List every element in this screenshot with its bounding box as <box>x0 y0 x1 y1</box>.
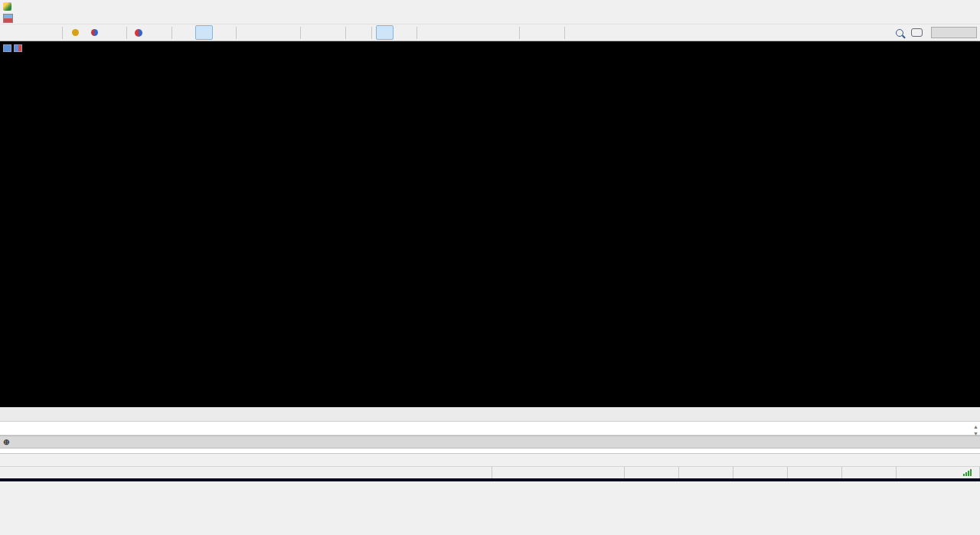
app-icon <box>3 2 11 11</box>
channel-button[interactable] <box>479 25 496 40</box>
line-chart-button[interactable] <box>214 25 232 40</box>
toolbar <box>0 24 980 41</box>
status-left <box>0 467 492 478</box>
chart-shift-button[interactable] <box>305 25 322 40</box>
tile-windows-button[interactable] <box>279 25 296 40</box>
chart-symbol-info <box>3 44 24 52</box>
signal-bars-icon <box>963 469 972 476</box>
taskbar-edge <box>0 478 980 481</box>
menu-bar <box>0 12 980 24</box>
text-tool-button[interactable] <box>524 25 541 40</box>
mt5-window: ⊕ ▲ ▼ <box>0 0 980 535</box>
zoom-in-button[interactable] <box>240 25 258 40</box>
history-header-row <box>0 422 980 436</box>
status-bar <box>0 466 980 478</box>
search-icon[interactable] <box>896 29 903 37</box>
person-icon <box>91 29 98 36</box>
account-widget[interactable] <box>931 27 977 38</box>
toolbox-tab-bar <box>0 453 980 466</box>
new-chart-button[interactable] <box>2 25 20 40</box>
crosshair-button[interactable] <box>395 25 413 40</box>
scroll-down-icon[interactable]: ▼ <box>973 431 978 436</box>
cursor-button[interactable] <box>376 25 394 40</box>
chart-mini-icon2 <box>14 44 22 52</box>
indicators-button[interactable] <box>350 25 368 40</box>
new-order-button[interactable] <box>150 25 168 40</box>
contacts-button[interactable] <box>86 25 103 40</box>
history-panel: ⊕ ▲ ▼ <box>0 422 980 453</box>
zoom-out-button[interactable] <box>260 25 277 40</box>
bar-chart-button[interactable] <box>176 25 194 40</box>
horizontal-line-button[interactable] <box>440 25 458 40</box>
chat-icon[interactable] <box>911 28 923 37</box>
trendline-button[interactable] <box>459 25 477 40</box>
chart-mini-icon <box>3 44 11 52</box>
candlestick-chart-button[interactable] <box>195 25 213 40</box>
fibonacci-button[interactable] <box>498 25 515 40</box>
chart-window-icon <box>3 14 13 23</box>
connection-status <box>897 467 980 478</box>
auto-scroll-button[interactable] <box>324 25 341 40</box>
profile-selector[interactable] <box>492 467 625 478</box>
vertical-line-button[interactable] <box>421 25 439 40</box>
signals-button[interactable] <box>105 25 122 40</box>
scroll-up-icon[interactable]: ▲ <box>973 424 978 429</box>
time-axis[interactable] <box>0 393 980 407</box>
profiles-button[interactable] <box>21 25 39 40</box>
history-center-button[interactable] <box>41 25 58 40</box>
chart-tab-bar <box>0 407 980 422</box>
autotrading-button[interactable] <box>131 25 149 40</box>
shapes-button[interactable] <box>543 25 560 40</box>
expand-icon[interactable]: ⊕ <box>3 436 9 448</box>
quotes-button[interactable] <box>67 25 84 40</box>
title-bar <box>0 0 980 12</box>
price-chart[interactable] <box>0 41 980 407</box>
history-summary-row: ⊕ <box>0 436 980 449</box>
quotes-icon <box>72 29 79 36</box>
candlestick-chart-canvas[interactable] <box>0 41 980 393</box>
autotrading-icon <box>135 29 142 37</box>
